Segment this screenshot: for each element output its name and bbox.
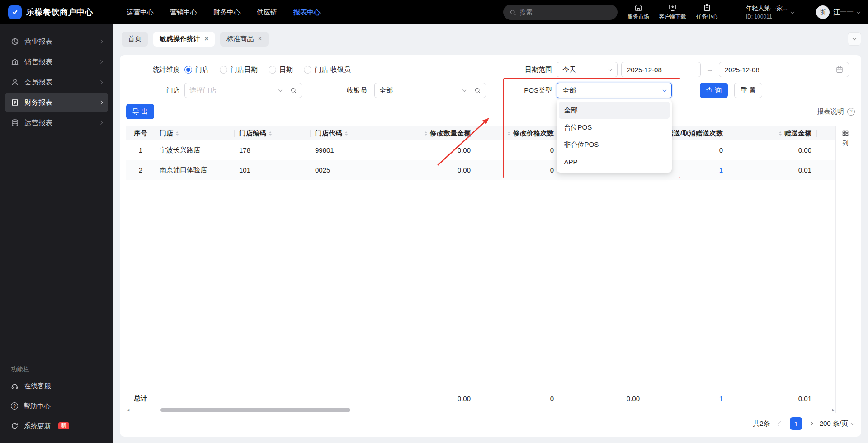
nav-supply-chain[interactable]: 供应链 (257, 8, 277, 17)
pos-option-table-pos[interactable]: 台位POS (559, 119, 670, 136)
tab-standard-product[interactable]: 标准商品 × (220, 32, 268, 47)
table-row[interactable]: 1 宁波长兴路店 178 99801 0.00 0 0.00 0 0.00 (126, 140, 835, 160)
sidebar-item-online-service[interactable]: 在线客服 (0, 376, 113, 396)
tab-home[interactable]: 首页 (122, 32, 148, 47)
chevron-down-icon (462, 88, 466, 91)
sort-icon[interactable] (269, 131, 272, 136)
pie-chart-icon (11, 37, 19, 46)
page-size-select[interactable]: 200 条/页 (820, 420, 854, 428)
pos-type-select[interactable]: 全部 全部 台位POS 非台位POS APP (557, 83, 672, 98)
calendar-icon (836, 66, 843, 73)
column-header-modify-qty-amount[interactable]: 修改数量金额 (390, 126, 476, 140)
chevron-down-icon (278, 88, 282, 91)
pos-option-app[interactable]: APP (559, 153, 670, 170)
app-logo-icon (8, 5, 22, 19)
sort-icon[interactable] (176, 131, 179, 136)
new-badge: 新 (58, 422, 69, 429)
tasks-icon (703, 4, 711, 12)
cell-modify-qty-amount: 0.00 (390, 140, 476, 160)
column-header-store[interactable]: 门店 (155, 126, 235, 140)
total-gift-cancel-count-link[interactable]: 1 (645, 390, 728, 407)
sidebar-item-system-update[interactable]: 系统更新 新 (0, 416, 113, 436)
chevron-down-icon (791, 9, 794, 13)
query-button[interactable]: 查 询 (700, 83, 728, 98)
reset-button[interactable]: 重 置 (734, 83, 762, 98)
user-name: 汪一一 (833, 8, 854, 17)
tab-overflow-button[interactable] (848, 32, 861, 46)
page-1-button[interactable]: 1 (790, 417, 802, 430)
end-date-input[interactable]: 2025-12-08 (719, 62, 849, 77)
user-menu[interactable]: 浙 汪一一 (816, 5, 860, 19)
table-empty-area (126, 180, 835, 390)
radio-dimension-date[interactable]: 日期 (269, 65, 293, 74)
horizontal-scrollbar[interactable]: ◄ ► (126, 407, 835, 413)
scrollbar-track[interactable] (132, 408, 829, 412)
column-header-modify-price-count[interactable]: 修改价格次数 (476, 126, 559, 140)
radio-icon (184, 66, 192, 74)
app-logo[interactable]: 乐檬餐饮商户中心 (8, 5, 118, 19)
store-select[interactable]: 选择门店 (184, 83, 302, 98)
chevron-down-icon (853, 36, 856, 40)
search-icon[interactable] (290, 87, 297, 94)
close-icon[interactable]: × (258, 35, 262, 42)
pos-option-all[interactable]: 全部 (559, 102, 670, 119)
column-settings[interactable]: 列 (835, 126, 855, 413)
range-arrow: → (706, 65, 713, 74)
cell-modify-price-count: 0 (476, 140, 559, 160)
sidebar-item-finance-report[interactable]: 财务报表 (5, 93, 108, 112)
data-table: 序号 门店 门店编码 门店代码 修改数量金额 修改价格次数 修改价格金额 赠送/… (126, 126, 835, 413)
document-icon (11, 98, 19, 107)
quick-client-download[interactable]: 客户端下载 (659, 4, 686, 21)
radio-dimension-store-date[interactable]: 门店日期 (220, 65, 258, 74)
column-header-store-code[interactable]: 门店编码 (235, 126, 311, 140)
sort-icon[interactable] (425, 131, 427, 136)
total-modify-price-count: 0 (476, 390, 559, 407)
search-icon[interactable] (474, 87, 481, 94)
next-page-button[interactable] (809, 422, 812, 425)
chevron-right-icon (99, 60, 103, 64)
nav-report-center[interactable]: 报表中心 (293, 8, 321, 17)
cell-gift-amount: 0.00 (728, 140, 817, 160)
nav-marketing-center[interactable]: 营销中心 (170, 8, 197, 17)
scroll-left-arrow[interactable]: ◄ (126, 408, 130, 412)
tab-sensitive-operation-stats[interactable]: 敏感操作统计 × (153, 32, 215, 47)
sidebar-item-sales-report[interactable]: 销售报表 (5, 52, 108, 71)
table-row[interactable]: 2 南京浦口体验店 101 0025 0.00 0 0.00 1 0.01 (126, 160, 835, 180)
nav-finance-center[interactable]: 财务中心 (213, 8, 241, 17)
quick-task-center[interactable]: 任务中心 (696, 4, 718, 21)
report-help[interactable]: 报表说明 ? (817, 107, 855, 116)
export-button[interactable]: 导 出 (126, 104, 154, 119)
cashier-select[interactable]: 全部 (374, 83, 486, 98)
close-icon[interactable]: × (204, 35, 208, 42)
sort-icon[interactable] (508, 131, 510, 136)
total-modify-price-amount: 0.00 (559, 390, 645, 407)
scrollbar-thumb[interactable] (160, 408, 350, 412)
merchant-switcher[interactable]: 年轻人第一家... ID: 100011 (746, 5, 794, 20)
radio-dimension-store[interactable]: 门店 (184, 65, 209, 74)
sidebar-item-business-report[interactable]: 营业报表 (5, 32, 108, 51)
sidebar-item-operation-report[interactable]: 运营报表 (5, 113, 108, 132)
grid-icon (842, 130, 849, 137)
date-preset-select[interactable]: 今天 (557, 62, 618, 77)
sidebar-item-member-report[interactable]: 会员报表 (5, 73, 108, 92)
chevron-right-icon (99, 121, 103, 125)
sort-icon[interactable] (345, 131, 348, 136)
global-search[interactable] (503, 5, 618, 20)
prev-page-button[interactable] (777, 421, 783, 426)
search-input[interactable] (520, 9, 611, 16)
sidebar-item-help-center[interactable]: ? 帮助中心 (0, 396, 113, 416)
tab-bar: 首页 敏感操作统计 × 标准商品 × (113, 24, 868, 53)
cell-index: 2 (126, 160, 155, 180)
start-date-input[interactable]: 2025-12-08 (621, 62, 701, 77)
search-icon (509, 9, 516, 16)
sort-icon[interactable] (779, 131, 782, 136)
quick-service-market[interactable]: 服务市场 (627, 4, 649, 21)
pos-option-non-table-pos[interactable]: 非台位POS (559, 136, 670, 153)
column-header-store-id[interactable]: 门店代码 (311, 126, 390, 140)
nav-operation-center[interactable]: 运营中心 (127, 8, 154, 17)
column-header-gift-amount[interactable]: 赠送金额 (728, 126, 817, 140)
scroll-right-arrow[interactable]: ► (831, 408, 835, 412)
question-icon: ? (11, 402, 18, 410)
radio-dimension-store-cashier[interactable]: 门店-收银员 (304, 65, 351, 74)
report-panel: 统计维度 门店 门店日期 日期 门店-收银员 (120, 55, 861, 437)
